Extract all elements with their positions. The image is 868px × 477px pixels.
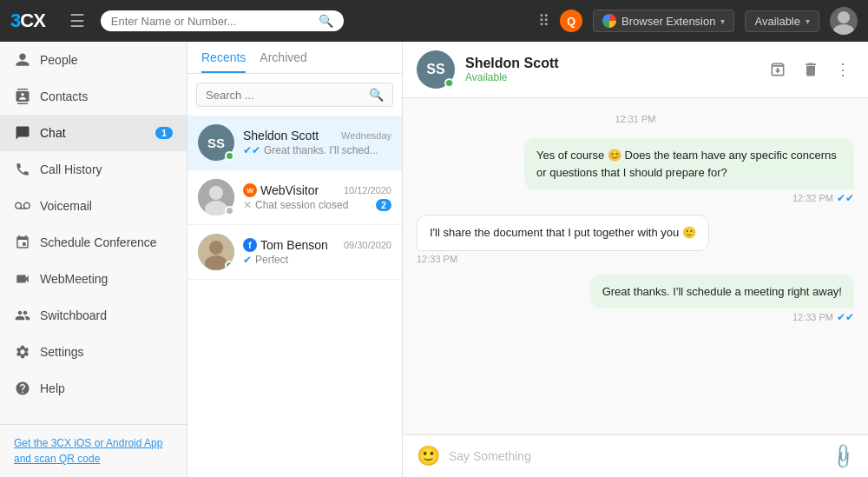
- tab-recents[interactable]: Recents: [201, 50, 246, 73]
- browser-extension-label: Browser Extension: [621, 15, 715, 28]
- msg-meta-received-1: 12:33 PM: [417, 254, 457, 264]
- app-download-link[interactable]: Get the 3CX iOS or Android App and scan …: [14, 437, 162, 465]
- contact-time-sheldon: Wednesday: [341, 130, 391, 141]
- contact-item-sheldon[interactable]: SS Sheldon Scott Wednesday ✔✔ Great than…: [187, 116, 402, 170]
- double-tick-sent-1: ✔✔: [837, 192, 854, 204]
- q-badge[interactable]: Q: [560, 10, 582, 32]
- main-layout: People Contacts Chat 1 Call History: [0, 42, 868, 477]
- chat-input-bar: 🙂 📎: [403, 434, 868, 477]
- help-icon: [14, 380, 31, 397]
- sidebar-label-voicemail: Voicemail: [40, 199, 92, 213]
- available-chevron: ▾: [806, 17, 810, 26]
- msg-meta-sent-1: 12:32 PM ✔✔: [792, 192, 854, 204]
- archive-icon[interactable]: [766, 57, 790, 82]
- user-avatar[interactable]: [830, 7, 858, 35]
- contact-item-tombenson[interactable]: f Tom Benson 09/30/2020 ✔ Perfect: [187, 225, 402, 280]
- sidebar-item-settings[interactable]: Settings: [0, 334, 187, 370]
- sidebar-label-settings: Settings: [40, 345, 84, 359]
- voicemail-icon: [14, 197, 31, 215]
- facebook-icon: f: [243, 238, 257, 252]
- sidebar-label-help: Help: [40, 381, 65, 395]
- sidebar-label-chat: Chat: [40, 126, 66, 140]
- status-dot-sheldon: [225, 151, 234, 161]
- more-icon[interactable]: ⋮: [832, 56, 854, 83]
- chat-icon: [14, 124, 31, 142]
- tab-archived[interactable]: Archived: [260, 50, 306, 73]
- svg-point-1: [833, 24, 854, 35]
- contact-preview-tombenson: ✔ Perfect: [243, 254, 391, 266]
- svg-point-6: [209, 241, 223, 255]
- sidebar-item-help[interactable]: Help: [0, 370, 187, 407]
- contact-name-sheldon: Sheldon Scott: [243, 129, 319, 142]
- emoji-button[interactable]: 🙂: [417, 445, 440, 467]
- message-sent-2: Great thanks. I'll schedule a meeting ri…: [417, 275, 854, 324]
- tick-icon-sheldon: ✔✔: [243, 144, 260, 156]
- chat-badge: 1: [155, 127, 173, 139]
- browser-ext-chevron: ▾: [720, 17, 725, 26]
- chat-search-icon: 🔍: [369, 88, 384, 102]
- chat-tabs: Recents Archived: [187, 42, 402, 74]
- sidebar-item-voicemail[interactable]: Voicemail: [0, 188, 187, 224]
- chat-search-input[interactable]: [206, 89, 364, 102]
- contact-name-tombenson: f Tom Benson: [243, 238, 328, 252]
- global-search-bar[interactable]: 🔍: [101, 10, 344, 31]
- top-icons: ⠿ Q Browser Extension ▾ Available ▾: [538, 7, 858, 35]
- contact-preview-webvisitor: ✕ Chat session closed 2: [243, 199, 391, 211]
- contact-name-webvisitor: W WebVisitor: [243, 183, 319, 197]
- settings-icon: [14, 343, 31, 361]
- attach-button[interactable]: 📎: [828, 441, 858, 472]
- contact-info-webvisitor: W WebVisitor 10/12/2020 ✕ Chat session c…: [243, 183, 391, 211]
- avatar-tombenson: [198, 234, 234, 270]
- sidebar-item-contacts[interactable]: Contacts: [0, 78, 187, 115]
- chat-input[interactable]: [449, 444, 824, 468]
- chat-header-avatar: SS: [417, 50, 455, 89]
- msg-bubble-received-1: I'll share the document that I put toget…: [417, 215, 709, 251]
- browser-extension-button[interactable]: Browser Extension ▾: [593, 10, 734, 32]
- contact-time-tombenson: 09/30/2020: [344, 240, 391, 250]
- sidebar: People Contacts Chat 1 Call History: [0, 42, 187, 477]
- chat-search-row: 🔍: [187, 74, 402, 116]
- chat-header-status-dot: [444, 78, 454, 88]
- chat-header-info: Sheldon Scott Available: [465, 56, 755, 83]
- message-received-1: I'll share the document that I put toget…: [417, 215, 854, 264]
- avatar-webvisitor: [198, 179, 234, 215]
- sidebar-label-webmeeting: WebMeeting: [40, 272, 108, 286]
- available-status-button[interactable]: Available ▾: [745, 10, 819, 32]
- tick-icon-tombenson: ✔: [243, 254, 252, 266]
- sidebar-item-switchboard[interactable]: Switchboard: [0, 297, 187, 334]
- hamburger-menu[interactable]: ☰: [62, 7, 92, 35]
- status-dot-tombenson: [225, 261, 234, 270]
- sidebar-label-contacts: Contacts: [40, 89, 88, 103]
- sidebar-item-webmeeting[interactable]: WebMeeting: [0, 261, 187, 297]
- messages-area: 12:31 PM Yes of course 😊 Does the team h…: [403, 98, 868, 434]
- topbar: 3CX ☰ 🔍 ⠿ Q Browser Extension ▾ Availabl…: [0, 0, 868, 42]
- msg-bubble-sent-2: Great thanks. I'll schedule a meeting ri…: [590, 275, 854, 309]
- sidebar-label-schedule-conference: Schedule Conference: [40, 235, 157, 249]
- sidebar-footer: Get the 3CX iOS or Android App and scan …: [0, 424, 187, 477]
- msg-time-divider: 12:31 PM: [417, 114, 854, 124]
- schedule-icon: [14, 234, 31, 251]
- status-dot-webvisitor: [225, 206, 234, 215]
- chat-main: SS Sheldon Scott Available ⋮ 12:31 PM: [403, 42, 868, 477]
- sidebar-item-people[interactable]: People: [0, 42, 187, 78]
- delete-icon[interactable]: [799, 57, 823, 82]
- sidebar-item-chat[interactable]: Chat 1: [0, 115, 187, 151]
- contacts-icon: [14, 88, 31, 105]
- x-icon-webvisitor: ✕: [243, 199, 252, 211]
- sidebar-item-call-history[interactable]: Call History: [0, 151, 187, 188]
- contact-info-tombenson: f Tom Benson 09/30/2020 ✔ Perfect: [243, 238, 391, 266]
- sidebar-item-schedule-conference[interactable]: Schedule Conference: [0, 224, 187, 261]
- chat-list-panel: Recents Archived 🔍 SS Sheldon Scott Wedn…: [187, 42, 403, 477]
- contact-preview-sheldon: ✔✔ Great thanks. I'll sched...: [243, 144, 391, 156]
- sidebar-label-call-history: Call History: [40, 162, 102, 176]
- chat-search-wrap[interactable]: 🔍: [196, 83, 393, 107]
- contact-info-sheldon: Sheldon Scott Wednesday ✔✔ Great thanks.…: [243, 129, 391, 156]
- unread-badge-webvisitor: 2: [376, 199, 391, 211]
- global-search-input[interactable]: [111, 15, 313, 28]
- chat-header-actions: ⋮: [766, 56, 854, 83]
- person-icon: [14, 51, 31, 69]
- grid-icon[interactable]: ⠿: [538, 11, 549, 30]
- contact-item-webvisitor[interactable]: W WebVisitor 10/12/2020 ✕ Chat session c…: [187, 170, 402, 225]
- available-label: Available: [754, 15, 800, 28]
- chrome-icon: [602, 14, 616, 28]
